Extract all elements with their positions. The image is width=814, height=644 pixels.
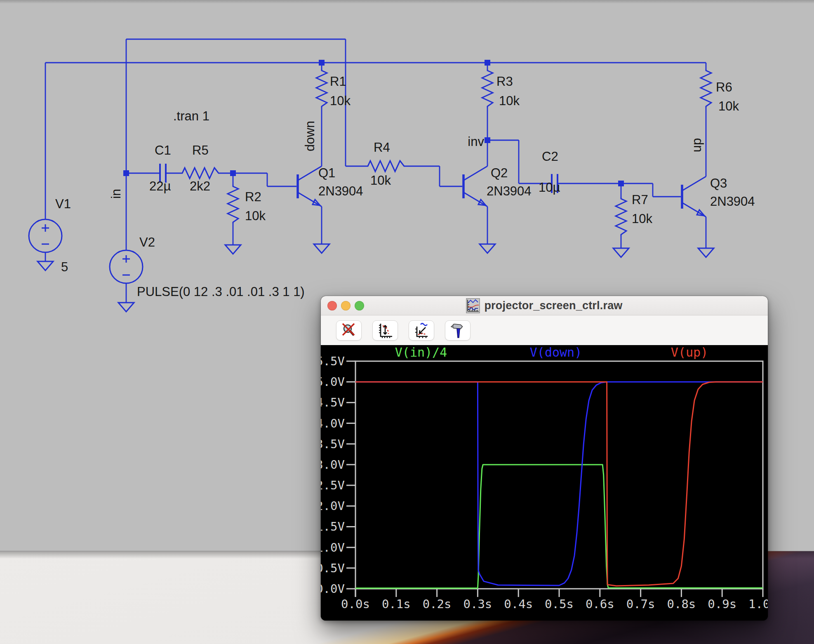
y-axis-label: 0.5V [321, 561, 345, 575]
net-label-up[interactable]: up [689, 138, 704, 152]
component-r7[interactable] [616, 197, 626, 236]
label-r6-value[interactable]: 10k [718, 99, 739, 113]
window-titlebar[interactable]: projector_screen_ctrl.raw [321, 296, 768, 315]
zoom-previous-icon [413, 322, 430, 339]
window-title-group: projector_screen_ctrl.raw [466, 298, 622, 313]
label-r4-name[interactable]: R4 [374, 140, 390, 155]
label-r5-value[interactable]: 2k2 [190, 179, 210, 193]
zoom-disabled-icon [340, 322, 358, 339]
label-r1-value[interactable]: 10k [330, 94, 351, 108]
y-axis-label: 1.0V [321, 541, 345, 555]
label-q2-value[interactable]: 2N3904 [487, 184, 532, 198]
y-axis-label: 3.0V [321, 458, 345, 472]
component-v2[interactable] [110, 250, 143, 283]
label-r3-name[interactable]: R3 [496, 74, 513, 89]
y-axis-label: 5.5V [321, 354, 345, 368]
y-axis-label: 4.0V [321, 416, 345, 430]
trace-V(down)[interactable] [355, 382, 763, 585]
label-r3-value[interactable]: 10k [499, 94, 520, 108]
net-label-inv[interactable]: inv [468, 134, 484, 149]
y-axis-label: 2.5V [321, 478, 345, 492]
plot-frame [355, 361, 763, 597]
component-r1[interactable] [316, 69, 327, 108]
label-r7-value[interactable]: 10k [632, 212, 652, 226]
junction-dot [485, 137, 490, 143]
label-q1-value[interactable]: 2N3904 [318, 184, 363, 198]
label-r7-name[interactable]: R7 [632, 193, 648, 207]
x-axis-label: 0.0s [341, 597, 370, 611]
label-q2-name[interactable]: Q2 [491, 166, 508, 180]
x-axis-label: 0.5s [545, 597, 574, 611]
legend-item[interactable]: V(down) [530, 345, 582, 360]
y-axis-label: 4.5V [321, 395, 345, 409]
junction-dot [319, 60, 325, 66]
zoom-disabled-button[interactable] [336, 320, 362, 341]
label-r2-name[interactable]: R2 [245, 190, 261, 204]
label-v2-name[interactable]: V2 [139, 235, 155, 249]
legend-item[interactable]: V(in)/4 [395, 345, 447, 360]
component-r6[interactable] [701, 69, 711, 108]
desktop: .tran 1 V1 5 V2 PULSE(0 12 .3 .01 .01 .3… [0, 0, 814, 644]
trace-V(in)/4[interactable] [355, 465, 763, 588]
component-r4[interactable] [365, 161, 411, 172]
ground-icon [480, 244, 495, 253]
tools-hammer-button[interactable] [445, 320, 471, 341]
tools-hammer-icon [449, 322, 466, 339]
label-r5-name[interactable]: R5 [192, 143, 209, 157]
y-axis-label: 5.0V [321, 375, 345, 389]
label-c2-value[interactable]: 10µ [539, 180, 560, 195]
label-q3-name[interactable]: Q3 [710, 176, 727, 190]
label-v1-name[interactable]: V1 [55, 197, 71, 211]
ground-icon [698, 248, 714, 257]
y-axis-label: 2.0V [321, 499, 345, 513]
y-axis-label: 3.5V [321, 437, 345, 451]
label-q3-value[interactable]: 2N3904 [710, 194, 755, 209]
autorange-button[interactable] [372, 320, 398, 341]
label-c1-value[interactable]: 22µ [149, 179, 171, 193]
ground-icon [225, 245, 241, 254]
net-label-down[interactable]: down [303, 121, 317, 151]
waveform-plot[interactable]: 0.0V0.5V1.0V1.5V2.0V2.5V3.0V3.5V4.0V4.5V… [321, 345, 768, 620]
minimize-button[interactable] [341, 301, 351, 310]
waveform-window: projector_screen_ctrl.raw [321, 296, 768, 620]
y-axis-label: 0.0V [321, 582, 345, 596]
component-q2[interactable] [463, 166, 487, 207]
document-icon [466, 298, 480, 313]
x-axis-label: 0.8s [667, 597, 696, 611]
component-r2[interactable] [228, 185, 238, 224]
component-v1[interactable] [29, 219, 62, 252]
ground-icon [613, 248, 629, 257]
ground-icon [314, 244, 329, 253]
label-r6-name[interactable]: R6 [716, 80, 732, 94]
x-axis-label: 0.4s [504, 597, 533, 611]
zoom-button[interactable] [355, 301, 364, 310]
x-axis-label: 0.2s [423, 597, 452, 611]
autorange-icon [376, 322, 394, 339]
y-axis-label: 1.5V [321, 519, 345, 534]
component-r3[interactable] [482, 69, 493, 108]
spice-directive[interactable]: .tran 1 [173, 109, 209, 123]
label-r4-value[interactable]: 10k [370, 173, 391, 188]
label-c2-name[interactable]: C2 [542, 149, 558, 164]
waveform-plot-svg[interactable]: 0.0V0.5V1.0V1.5V2.0V2.5V3.0V3.5V4.0V4.5V… [321, 345, 768, 620]
zoom-previous-button[interactable] [409, 320, 434, 341]
component-q3[interactable] [682, 176, 706, 217]
x-axis-label: 0.6s [586, 597, 614, 611]
ground-icon [38, 261, 53, 270]
x-axis-label: 0.7s [626, 597, 655, 611]
close-button[interactable] [327, 301, 337, 310]
label-c1-name[interactable]: C1 [155, 143, 171, 157]
label-r2-value[interactable]: 10k [245, 209, 266, 223]
ground-icon [118, 303, 134, 312]
net-label-in[interactable]: in [109, 189, 123, 199]
x-axis-label: 0.9s [708, 597, 736, 611]
component-r5[interactable] [180, 168, 225, 179]
junction-dot [618, 181, 624, 186]
trace-V(up)[interactable] [355, 382, 763, 586]
junction-dot [123, 170, 129, 176]
label-v1-value[interactable]: 5 [61, 260, 68, 274]
label-r1-name[interactable]: R1 [330, 74, 346, 89]
label-q1-name[interactable]: Q1 [318, 166, 335, 180]
label-v2-value[interactable]: PULSE(0 12 .3 .01 .01 .3 1 1) [137, 284, 305, 299]
legend-item[interactable]: V(up) [671, 345, 708, 360]
